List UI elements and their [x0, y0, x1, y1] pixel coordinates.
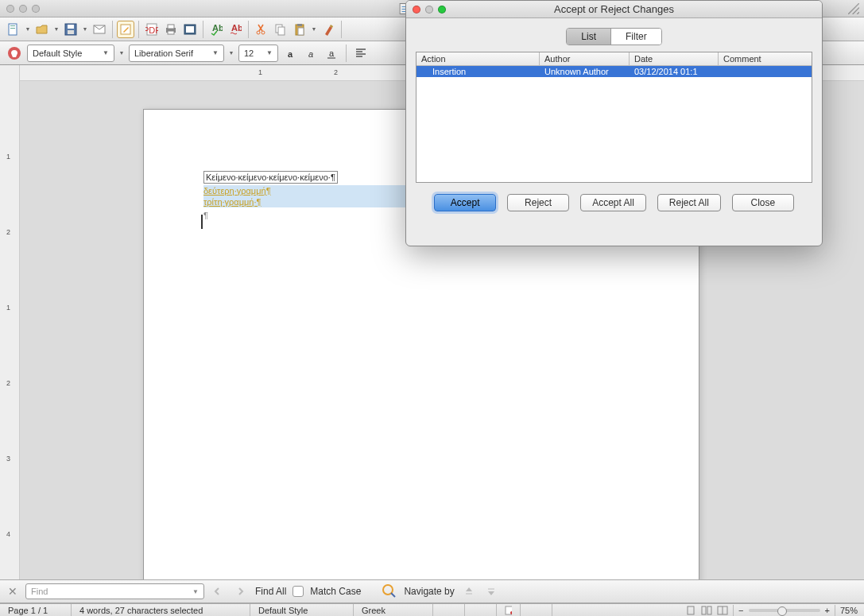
close-window-icon[interactable] — [6, 5, 14, 13]
view-multi-page-icon[interactable] — [701, 606, 712, 615]
align-left-icon[interactable] — [352, 45, 370, 62]
accept-reject-dialog: Accept or Reject Changes List Filter Act… — [405, 0, 823, 246]
col-action[interactable]: Action — [417, 52, 540, 65]
view-single-page-icon[interactable] — [685, 606, 696, 615]
edit-mode-icon[interactable] — [117, 21, 134, 38]
tab-filter[interactable]: Filter — [610, 29, 661, 45]
text-line-1[interactable]: Κείμενο·κείμενο·κείμενο·κείμενο·¶ — [203, 171, 338, 184]
change-row-selected[interactable]: Insertion Unknown Author 03/12/2014 01:1 — [417, 66, 812, 77]
dialog-titlebar: Accept or Reject Changes — [406, 1, 822, 18]
print-preview-icon[interactable] — [181, 21, 199, 38]
accept-all-button[interactable]: Accept All — [580, 194, 646, 211]
svg-rect-5 — [68, 30, 74, 34]
status-insert-mode[interactable] — [433, 604, 465, 616]
status-language[interactable]: Greek — [354, 604, 433, 616]
print-icon[interactable] — [162, 21, 180, 38]
cut-icon[interactable] — [253, 21, 270, 38]
format-paintbrush-icon[interactable] — [320, 21, 337, 38]
new-document-dropdown[interactable]: ▼ — [24, 26, 32, 32]
save-dropdown[interactable]: ▼ — [81, 26, 89, 32]
vruler-mark: 2 — [6, 379, 10, 387]
minimize-window-icon[interactable] — [19, 5, 27, 13]
tab-list[interactable]: List — [567, 29, 610, 45]
col-author[interactable]: Author — [540, 52, 630, 65]
navigate-by-label: Navigate by — [404, 586, 454, 597]
status-modified-icon[interactable] — [497, 604, 521, 616]
paste-icon[interactable] — [291, 21, 308, 38]
find-placeholder: Find — [31, 587, 48, 596]
find-toolbar: ✕ Find ▼ Find All Match Case Navigate by — [0, 579, 864, 603]
svg-rect-20 — [278, 27, 285, 35]
vertical-ruler: 1 2 1 2 3 4 — [0, 65, 20, 595]
auto-spellcheck-icon[interactable]: Abc — [227, 21, 244, 38]
zoom-in-icon[interactable]: + — [825, 606, 830, 615]
close-button[interactable]: Close — [732, 194, 794, 211]
svg-rect-4 — [68, 25, 74, 29]
svg-rect-11 — [168, 25, 174, 29]
font-name-select[interactable]: Liberation Serif▼ — [129, 45, 224, 62]
dialog-close-icon[interactable] — [413, 6, 420, 14]
zoom-out-icon[interactable]: − — [738, 606, 743, 615]
dialog-zoom-icon[interactable] — [438, 6, 446, 14]
svg-rect-32 — [688, 606, 694, 614]
navigator-icon[interactable] — [382, 583, 397, 599]
vruler-mark: 4 — [6, 530, 10, 538]
find-prev-icon[interactable] — [211, 583, 227, 599]
svg-rect-33 — [702, 606, 706, 614]
svg-text:a: a — [288, 49, 293, 59]
paragraph-style-select[interactable]: Default Style▼ — [27, 45, 114, 62]
new-document-icon[interactable] — [5, 21, 22, 38]
status-page[interactable]: Page 1 / 1 — [0, 604, 72, 616]
status-style[interactable]: Default Style — [250, 604, 354, 616]
open-icon[interactable] — [33, 21, 51, 38]
text-line-4[interactable]: ¶ — [203, 211, 208, 220]
svg-rect-14 — [186, 26, 194, 33]
styles-wrench-icon[interactable] — [5, 44, 24, 63]
zoom-slider[interactable] — [749, 609, 820, 612]
reject-all-button[interactable]: Reject All — [657, 194, 721, 211]
view-book-icon[interactable] — [717, 606, 728, 615]
paragraph-style-more[interactable]: ▼ — [118, 50, 126, 56]
svg-text:a: a — [308, 49, 313, 59]
match-case-label: Match Case — [310, 586, 361, 597]
save-icon[interactable] — [62, 21, 79, 38]
changes-list[interactable]: Action Author Date Comment Insertion Unk… — [416, 52, 812, 183]
navigate-next-icon[interactable] — [483, 583, 499, 599]
paste-dropdown[interactable]: ▼ — [310, 26, 318, 32]
pdf-export-icon[interactable]: PDF — [143, 21, 161, 38]
close-findbar-icon[interactable]: ✕ — [6, 585, 19, 598]
match-case-checkbox[interactable] — [293, 586, 304, 597]
underline-icon[interactable]: a — [323, 45, 340, 62]
resize-icon — [848, 3, 859, 14]
italic-icon[interactable]: a — [302, 45, 320, 62]
find-input[interactable]: Find ▼ — [25, 583, 204, 599]
col-comment[interactable]: Comment — [719, 52, 812, 65]
font-size-select[interactable]: 12▼ — [238, 45, 278, 62]
col-date[interactable]: Date — [630, 52, 719, 65]
email-icon[interactable] — [91, 21, 108, 38]
zoom-value[interactable]: 75% — [840, 606, 858, 615]
hruler-mark: 1 — [258, 68, 262, 76]
zoom-window-icon[interactable] — [32, 5, 40, 13]
navigate-prev-icon[interactable] — [461, 583, 477, 599]
spellcheck-icon[interactable]: Abc — [207, 21, 225, 38]
status-selection-mode[interactable] — [465, 604, 497, 616]
open-dropdown[interactable]: ▼ — [52, 26, 60, 32]
vruler-mark: 1 — [6, 304, 10, 312]
cell-author: Unknown Author — [540, 66, 630, 77]
font-size-value: 12 — [244, 48, 254, 58]
svg-rect-1 — [10, 25, 15, 26]
status-signature[interactable] — [521, 604, 552, 616]
paragraph-style-value: Default Style — [33, 48, 82, 58]
dialog-tabs: List Filter — [406, 28, 822, 45]
bold-icon[interactable]: a — [281, 45, 299, 62]
find-all-button[interactable]: Find All — [255, 586, 286, 597]
find-next-icon[interactable] — [233, 583, 249, 599]
accept-button[interactable]: Accept — [434, 194, 496, 211]
status-wordcount[interactable]: 4 words, 27 characters selected — [72, 604, 250, 616]
copy-icon[interactable] — [272, 21, 289, 38]
vruler-mark: 2 — [6, 228, 10, 236]
list-header: Action Author Date Comment — [417, 52, 812, 66]
font-name-more[interactable]: ▼ — [227, 50, 235, 56]
reject-button[interactable]: Reject — [507, 194, 569, 211]
